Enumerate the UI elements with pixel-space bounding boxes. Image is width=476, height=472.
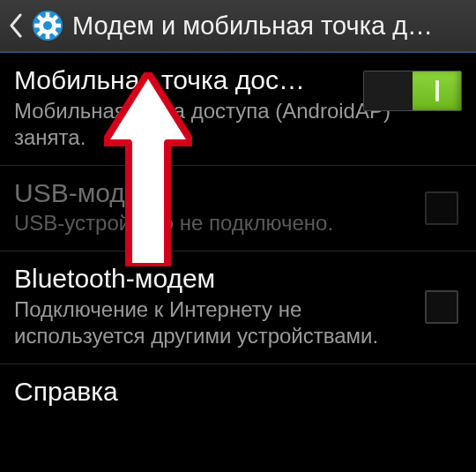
hotspot-toggle[interactable] [363,71,462,111]
action-bar: Модем и мобильная точка д… [0,0,476,53]
item-subtitle: Подключение к Интернету не используется … [14,296,462,349]
settings-gear-icon[interactable] [28,6,67,45]
item-subtitle: USB-устройство не подключено. [14,210,462,236]
item-help[interactable]: Справка [0,364,476,422]
bluetooth-tethering-checkbox[interactable] [425,290,458,324]
back-icon[interactable] [4,0,28,52]
item-mobile-hotspot[interactable]: Мобильная точка дос… Мобильная точка дос… [0,53,476,166]
settings-list: Мобильная точка дос… Мобильная точка дос… [0,53,476,421]
usb-tethering-checkbox [425,191,458,225]
item-usb-tethering: USB-модем USB-устройство не подключено. [0,166,476,252]
item-title: Справка [14,377,462,408]
item-bluetooth-tethering[interactable]: Bluetooth-модем Подключение к Интернету … [0,251,476,364]
page-title: Модем и мобильная точка д… [72,11,471,41]
item-title: Bluetooth-модем [14,264,462,295]
svg-point-10 [43,21,52,30]
item-title: USB-модем [14,178,462,209]
